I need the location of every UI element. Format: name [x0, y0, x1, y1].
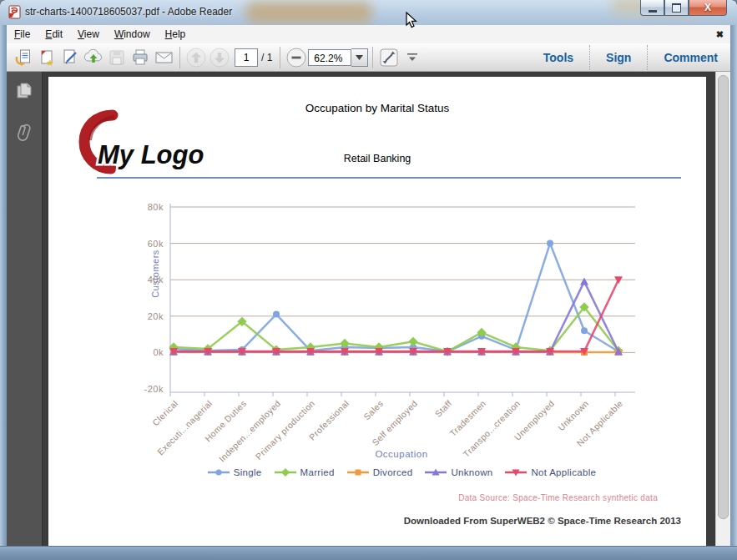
legend-marker-icon [504, 467, 528, 477]
download-footer: Downloaded From SuperWEB2 © Space-Time R… [404, 516, 681, 526]
legend-marker-icon [424, 467, 447, 477]
sign-panel-button[interactable]: Sign [598, 51, 639, 64]
legend-item: Married [274, 467, 335, 477]
report-subtitle: Retail Banking [48, 153, 706, 164]
menu-edit[interactable]: Edit [38, 26, 70, 43]
attachments-paperclip-icon[interactable] [15, 122, 33, 144]
report-title: Occupation by Marital Status [48, 102, 706, 114]
close-icon: X [704, 2, 711, 13]
menu-help[interactable]: Help [158, 26, 194, 43]
window-frame[interactable] [0, 546, 737, 560]
mouse-cursor [406, 12, 417, 29]
page-total-label: / 1 [261, 52, 272, 63]
previous-page-button[interactable] [184, 46, 208, 69]
upload-cloud-icon [83, 48, 104, 68]
legend-label: Unknown [451, 467, 492, 477]
svg-text:Unknown: Unknown [556, 398, 590, 432]
window-frame [730, 25, 737, 560]
toolbar: ★ [7, 43, 730, 72]
x-axis-title: Occupation [126, 449, 677, 459]
print-icon [130, 48, 150, 68]
svg-text:0k: 0k [153, 347, 164, 357]
menubar-close-icon[interactable]: ✖ [716, 29, 724, 40]
legend-item: Divorced [346, 467, 413, 477]
save-button[interactable] [105, 46, 129, 69]
data-source-note: Data Source: Space-Time Research synthet… [458, 493, 658, 502]
toolbar-more-button[interactable] [401, 46, 424, 69]
legend-item: Single [207, 467, 262, 477]
window-frame [0, 25, 7, 560]
glass-reflection [246, 2, 371, 23]
page-number-input[interactable]: 1 [235, 48, 258, 67]
panel-links: Tools Sign Comment [536, 45, 725, 70]
open-file-icon [13, 48, 33, 68]
legend-label: Not Applicable [531, 467, 596, 477]
next-page-icon [209, 47, 230, 68]
sign-document-icon [60, 48, 80, 68]
toolbar-separator [179, 47, 180, 68]
close-button[interactable]: X [689, 0, 727, 16]
legend-item: Unknown [424, 467, 492, 477]
svg-text:80k: 80k [148, 202, 164, 212]
menu-file[interactable]: File [7, 26, 38, 43]
pdf-file-icon [8, 5, 22, 19]
main-area: My Logo Occupation by Marital Status Ret… [7, 72, 730, 547]
document-area[interactable]: My Logo Occupation by Marital Status Ret… [43, 72, 730, 547]
fit-width-button[interactable] [377, 46, 401, 69]
page-thumbnails-icon[interactable] [15, 82, 33, 100]
open-file-button[interactable] [12, 46, 35, 69]
vertical-scrollbar[interactable] [715, 72, 730, 547]
window-controls: X [640, 0, 727, 16]
legend-label: Single [234, 467, 262, 477]
toolbar-separator [280, 47, 280, 68]
toolbar-separator [372, 47, 373, 68]
menu-bar: File Edit View Window Help ✖ [7, 25, 730, 44]
svg-text:-20k: -20k [144, 384, 164, 394]
legend-marker-icon [274, 467, 297, 477]
restore-button[interactable] [664, 0, 689, 16]
tools-panel-button[interactable]: Tools [536, 51, 581, 64]
svg-text:Clerical: Clerical [150, 398, 180, 428]
zoom-level-input[interactable]: 62.2% [308, 49, 351, 66]
my-logo: My Logo [76, 108, 226, 179]
menu-window[interactable]: Window [107, 26, 158, 43]
svg-text:Sales: Sales [361, 398, 385, 421]
legend-label: Divorced [373, 467, 413, 477]
previous-page-icon [185, 47, 207, 68]
sign-document-button[interactable] [58, 46, 82, 69]
minimize-button[interactable] [640, 0, 664, 16]
create-pdf-icon: ★ [37, 48, 57, 68]
menu-view[interactable]: View [70, 26, 107, 43]
next-page-button[interactable] [208, 46, 231, 69]
legend-label: Married [300, 467, 335, 477]
legend-item: Not Applicable [504, 467, 596, 477]
more-options-icon [406, 53, 418, 63]
window-title: str-charts-1400718605037.pdf - Adobe Rea… [25, 6, 232, 18]
comment-panel-button[interactable]: Comment [656, 51, 725, 64]
occupation-line-chart: -20k0k20k40k60k80kClericalExecuti...nage… [126, 192, 677, 467]
email-icon [154, 48, 174, 68]
svg-text:40k: 40k [148, 275, 164, 285]
adobe-reader-window: str-charts-1400718605037.pdf - Adobe Rea… [0, 0, 737, 560]
chevron-down-icon [356, 55, 363, 60]
email-button[interactable] [152, 46, 175, 69]
svg-text:20k: 20k [148, 311, 164, 321]
svg-text:★: ★ [46, 58, 54, 68]
dotted-separator [589, 45, 590, 70]
title-bar[interactable]: str-charts-1400718605037.pdf - Adobe Rea… [0, 0, 737, 26]
dotted-separator [647, 45, 648, 70]
create-pdf-button[interactable]: ★ [35, 46, 58, 69]
fit-width-icon [378, 47, 400, 68]
save-icon [108, 48, 126, 67]
legend-marker-icon [207, 467, 230, 477]
legend-marker-icon [346, 467, 370, 477]
navigation-pane [7, 72, 43, 547]
svg-text:60k: 60k [148, 239, 164, 249]
upload-cloud-button[interactable] [82, 46, 105, 69]
print-button[interactable] [129, 46, 152, 69]
scrollbar-thumb[interactable] [718, 75, 729, 519]
chart-legend: SingleMarriedDivorcedUnknownNot Applicab… [126, 467, 677, 477]
zoom-dropdown-button[interactable] [351, 48, 368, 67]
pdf-page: My Logo Occupation by Marital Status Ret… [48, 77, 706, 547]
zoom-out-button[interactable] [285, 46, 308, 69]
